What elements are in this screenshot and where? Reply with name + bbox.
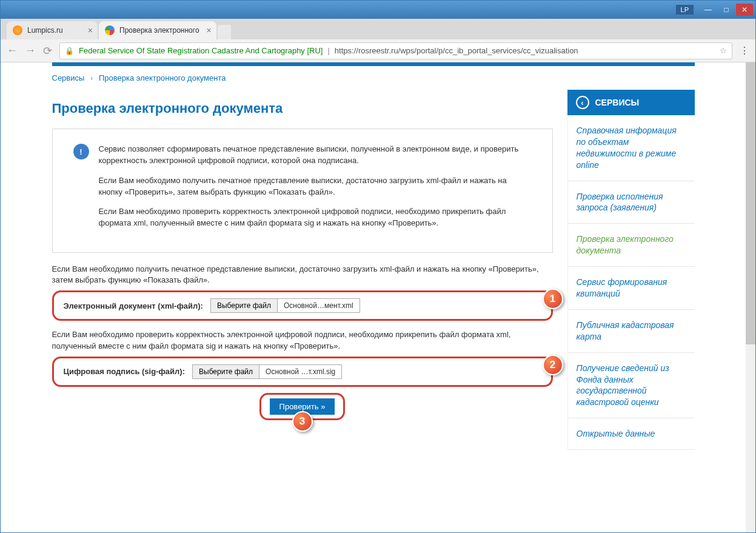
chevron-right-icon: ›	[90, 73, 93, 82]
sidebar-item-request[interactable]: Проверка исполнения запроса (заявления)	[568, 181, 695, 224]
sig-upload-box: Цифровая подпись (sig-файл): Выберите фа…	[52, 357, 553, 387]
xml-label: Электронный документ (xml-файл):	[64, 301, 203, 310]
reload-button[interactable]: ⟳	[43, 44, 52, 58]
sidebar-item-receipts[interactable]: Сервис формирования квитанций	[568, 267, 695, 310]
sidebar-item-fund[interactable]: Получение сведений из Фонда данных госуд…	[568, 353, 695, 419]
sidebar-item-open-data[interactable]: Открытые данные	[568, 418, 695, 450]
breadcrumb-current: Проверка электронного документа	[99, 73, 226, 82]
close-button[interactable]: ✕	[736, 4, 753, 16]
sig-file-picker[interactable]: Выберите файл Основной …т.xml.sig	[192, 364, 342, 379]
back-arrow-icon[interactable]: ‹	[576, 96, 589, 109]
scrollbar-thumb[interactable]	[746, 62, 755, 344]
sig-file-name: Основной …т.xml.sig	[259, 365, 341, 378]
sidebar-item-map[interactable]: Публичная кадастровая карта	[568, 310, 695, 353]
tab-close-icon[interactable]: ×	[206, 25, 211, 35]
forward-button[interactable]: →	[25, 44, 36, 57]
browser-menu-icon[interactable]: ⋮	[740, 45, 749, 56]
sidebar-item-info[interactable]: Справочная информация по объектам недвиж…	[568, 115, 695, 181]
user-badge: LP	[676, 5, 694, 15]
page-title: Проверка электронного документа	[52, 101, 553, 116]
new-tab-button[interactable]	[218, 25, 231, 39]
sidebar: ‹ СЕРВИСЫ Справочная информация по объек…	[567, 90, 695, 450]
annotation-badge-2: 2	[543, 355, 563, 375]
xml-file-name: Основной…мент.xml	[278, 299, 360, 312]
tab-title: Проверка электронного	[119, 26, 199, 35]
sidebar-list: Справочная информация по объектам недвиж…	[567, 115, 695, 450]
favicon-icon	[13, 25, 22, 35]
xml-upload-box: Электронный документ (xml-файл): Выберит…	[52, 290, 553, 321]
address-bar: ← → ⟳ 🔒 Federal Service Of State Registr…	[1, 39, 755, 62]
xml-note: Если Вам необходимо получить печатное пр…	[52, 264, 553, 286]
org-label: Federal Service Of State Registration Ca…	[79, 46, 323, 55]
tab-close-icon[interactable]: ×	[88, 25, 93, 35]
back-button[interactable]: ←	[7, 44, 18, 57]
tab-title: Lumpics.ru	[27, 26, 63, 35]
favicon-icon	[105, 25, 115, 35]
info-paragraph: Если Вам необходимо получить печатное пр…	[99, 175, 532, 198]
breadcrumb-root[interactable]: Сервисы	[52, 73, 85, 82]
info-icon: !	[73, 144, 89, 159]
xml-file-picker[interactable]: Выберите файл Основной…мент.xml	[210, 298, 360, 313]
annotation-badge-3: 3	[292, 411, 313, 432]
url-text: https://rosreestr.ru/wps/portal/p/cc_ib_…	[335, 46, 578, 55]
breadcrumb: Сервисы › Проверка электронного документ…	[52, 66, 695, 90]
separator: |	[327, 46, 329, 55]
annotation-badge-1: 1	[543, 289, 563, 309]
titlebar: LP — □ ✕	[1, 1, 755, 19]
choose-file-button[interactable]: Выберите файл	[193, 365, 259, 378]
sig-label: Цифровая подпись (sig-файл):	[64, 367, 186, 376]
info-paragraph: Сервис позволяет сформировать печатное п…	[99, 144, 532, 167]
bookmark-icon[interactable]: ☆	[720, 46, 727, 55]
scrollbar[interactable]	[746, 62, 755, 532]
sidebar-title: СЕРВИСЫ	[595, 98, 640, 107]
sidebar-header[interactable]: ‹ СЕРВИСЫ	[567, 90, 695, 115]
info-panel: ! Сервис позволяет сформировать печатное…	[52, 129, 553, 253]
maximize-button[interactable]: □	[718, 4, 735, 16]
lock-icon: 🔒	[65, 47, 74, 55]
sidebar-item-doc-check[interactable]: Проверка электронного документа	[568, 224, 695, 267]
sig-note: Если Вам необходимо проверить корректнос…	[52, 329, 553, 351]
check-wrap: Проверить » 3	[259, 393, 346, 420]
tab-lumpics[interactable]: Lumpics.ru ×	[7, 21, 98, 39]
address-input[interactable]: 🔒 Federal Service Of State Registration …	[59, 42, 732, 59]
minimize-button[interactable]: —	[700, 4, 717, 16]
tabs-bar: Lumpics.ru × Проверка электронного ×	[1, 19, 755, 39]
info-paragraph: Если Вам необходимо проверить корректнос…	[99, 206, 532, 229]
choose-file-button[interactable]: Выберите файл	[211, 299, 278, 312]
tab-rosreestr[interactable]: Проверка электронного ×	[99, 21, 216, 39]
